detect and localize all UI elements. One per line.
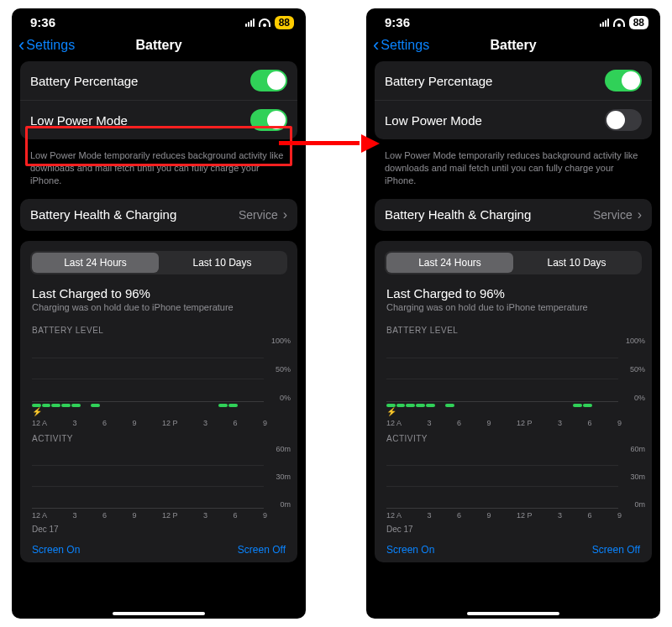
activity-chart xyxy=(386,445,618,509)
battery-level-xaxis: 12 A36912 P369 xyxy=(20,416,297,429)
back-button[interactable]: ‹ Settings xyxy=(18,36,75,55)
battery-health-label: Battery Health & Charging xyxy=(385,207,531,222)
battery-level-chart xyxy=(386,337,618,402)
toggle-group: Battery Percentage Low Power Mode xyxy=(375,61,652,139)
seg-last-24h[interactable]: Last 24 Hours xyxy=(386,253,513,273)
battery-pill: 88 xyxy=(629,16,648,29)
low-power-mode-row: Low Power Mode xyxy=(20,100,297,139)
chart-date: Dec 17 xyxy=(20,521,297,539)
legend-screen-off[interactable]: Screen Off xyxy=(592,544,640,556)
battery-percentage-label: Battery Percentage xyxy=(30,74,138,88)
toggle-group: Battery Percentage Low Power Mode xyxy=(20,61,297,139)
lpm-indicator-strip xyxy=(20,402,297,407)
last-charged-title: Last Charged to 96% xyxy=(20,283,297,302)
wifi-icon xyxy=(613,18,625,27)
cellular-icon xyxy=(245,18,255,27)
time-range-segmented[interactable]: Last 24 Hours Last 10 Days xyxy=(30,251,287,274)
battery-level-label: BATTERY LEVEL xyxy=(20,321,297,337)
status-bar: 9:36 88 xyxy=(12,8,306,33)
activity-yaxis: 60m30m0m xyxy=(622,445,647,509)
battery-level-chart xyxy=(32,337,264,402)
status-time: 9:36 xyxy=(385,15,410,29)
battery-health-status: Service xyxy=(239,208,278,222)
back-button[interactable]: ‹ Settings xyxy=(373,36,429,55)
battery-level-xaxis: 12 A36912 P369 xyxy=(375,416,652,429)
battery-percentage-toggle[interactable] xyxy=(250,70,287,91)
activity-xaxis: 12 A36912 P369 xyxy=(375,509,652,521)
chart-date: Dec 17 xyxy=(375,521,652,539)
battery-level-yaxis: 100%50%0% xyxy=(267,337,292,402)
legend-screen-on[interactable]: Screen On xyxy=(32,544,80,556)
back-label: Settings xyxy=(26,38,75,53)
seg-last-10d[interactable]: Last 10 Days xyxy=(513,253,640,273)
seg-last-10d[interactable]: Last 10 Days xyxy=(159,253,286,273)
low-power-mode-description: Low Power Mode temporarily reduces backg… xyxy=(12,149,306,199)
low-power-mode-row: Low Power Mode xyxy=(375,100,652,139)
wifi-icon xyxy=(259,18,270,27)
low-power-mode-toggle[interactable] xyxy=(605,109,642,131)
usage-card: Last 24 Hours Last 10 Days Last Charged … xyxy=(20,241,297,562)
last-charged-sub: Charging was on hold due to iPhone tempe… xyxy=(375,302,652,321)
health-group: Battery Health & Charging Service › xyxy=(375,199,652,231)
nav-bar: ‹ Settings Battery xyxy=(366,33,660,61)
low-power-mode-toggle[interactable] xyxy=(250,109,287,131)
battery-percentage-label: Battery Percentage xyxy=(385,74,492,88)
home-indicator[interactable] xyxy=(113,612,205,615)
activity-xaxis: 12 A36912 P369 xyxy=(20,509,297,521)
chevron-right-icon: › xyxy=(283,207,287,222)
chevron-left-icon: ‹ xyxy=(18,36,24,55)
nav-bar: ‹ Settings Battery xyxy=(12,33,306,61)
phone-right: 9:36 88 ‹ Settings Battery Battery Perce… xyxy=(366,8,660,619)
battery-health-status: Service xyxy=(593,208,633,222)
chevron-right-icon: › xyxy=(638,207,642,222)
battery-percentage-row: Battery Percentage xyxy=(375,61,652,100)
charging-icon: ⚡ xyxy=(20,407,297,416)
back-label: Settings xyxy=(381,38,429,53)
activity-chart xyxy=(32,445,264,509)
home-indicator[interactable] xyxy=(467,612,559,615)
battery-level-label: BATTERY LEVEL xyxy=(375,321,652,337)
health-group: Battery Health & Charging Service › xyxy=(20,199,297,231)
chevron-left-icon: ‹ xyxy=(373,36,379,55)
battery-percentage-toggle[interactable] xyxy=(605,70,642,91)
charging-icon: ⚡ xyxy=(375,407,652,416)
seg-last-24h[interactable]: Last 24 Hours xyxy=(32,253,159,273)
battery-health-label: Battery Health & Charging xyxy=(30,207,176,222)
activity-yaxis: 60m30m0m xyxy=(267,445,292,509)
low-power-mode-description: Low Power Mode temporarily reduces backg… xyxy=(366,149,660,199)
lpm-indicator-strip xyxy=(375,402,652,407)
last-charged-title: Last Charged to 96% xyxy=(375,283,652,302)
legend-screen-on[interactable]: Screen On xyxy=(386,544,434,556)
activity-legend: Screen On Screen Off xyxy=(375,539,652,556)
time-range-segmented[interactable]: Last 24 Hours Last 10 Days xyxy=(385,251,642,274)
battery-pill: 88 xyxy=(275,16,294,29)
low-power-mode-label: Low Power Mode xyxy=(385,113,482,128)
last-charged-sub: Charging was on hold due to iPhone tempe… xyxy=(20,302,297,321)
phone-left: 9:36 88 ‹ Settings Battery Battery Perce… xyxy=(12,8,306,619)
legend-screen-off[interactable]: Screen Off xyxy=(238,544,286,556)
activity-label: ACTIVITY xyxy=(375,429,652,445)
activity-legend: Screen On Screen Off xyxy=(20,539,297,556)
battery-health-row[interactable]: Battery Health & Charging Service › xyxy=(20,199,297,231)
low-power-mode-label: Low Power Mode xyxy=(30,113,128,128)
page-title: Battery xyxy=(490,38,536,53)
usage-card: Last 24 Hours Last 10 Days Last Charged … xyxy=(375,241,652,562)
activity-label: ACTIVITY xyxy=(20,429,297,445)
status-bar: 9:36 88 xyxy=(366,8,660,33)
battery-health-row[interactable]: Battery Health & Charging Service › xyxy=(375,199,652,231)
cellular-icon xyxy=(600,18,609,27)
page-title: Battery xyxy=(135,38,181,53)
battery-percentage-row: Battery Percentage xyxy=(20,61,297,100)
battery-level-yaxis: 100%50%0% xyxy=(622,337,647,402)
status-time: 9:36 xyxy=(30,15,55,29)
